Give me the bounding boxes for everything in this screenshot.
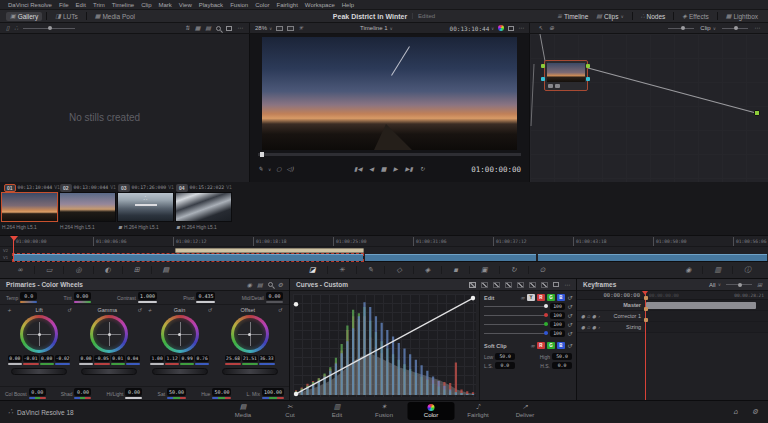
stop-button[interactable]: ■ bbox=[381, 166, 387, 172]
info-icon[interactable]: ⓘ bbox=[733, 265, 762, 275]
viewer-zoom-select[interactable]: 28%∨ bbox=[255, 25, 272, 31]
menu-item[interactable]: Fairlight bbox=[273, 2, 300, 8]
auto-balance-icon[interactable]: ◉ bbox=[247, 282, 252, 288]
offset-master-wheel[interactable] bbox=[222, 368, 278, 375]
scopes-icon[interactable]: ▥ bbox=[703, 266, 733, 274]
offset-r-value[interactable]: 25.68 bbox=[225, 355, 241, 362]
gamma-master-wheel[interactable] bbox=[81, 368, 137, 375]
add-keyframe-icon[interactable]: ⊞ bbox=[757, 282, 762, 288]
high-softness-value[interactable]: 0.0 bbox=[552, 362, 572, 369]
go-to-end-button[interactable]: ▶▮ bbox=[405, 166, 413, 172]
lift-color-wheel[interactable] bbox=[20, 315, 58, 353]
tab-cut[interactable]: ✂Cut bbox=[267, 402, 314, 420]
offset-color-wheel[interactable] bbox=[231, 315, 269, 353]
album-tree-icon[interactable]: ∴ bbox=[14, 25, 18, 31]
timeline-toggle-button[interactable]: ≡Timeline bbox=[553, 12, 592, 21]
keyframe-filter-select[interactable]: All∨ bbox=[709, 282, 721, 288]
menu-item[interactable]: Clip bbox=[138, 2, 154, 8]
timeline-mode-icon[interactable]: ▤ bbox=[152, 266, 181, 274]
channel-b-button[interactable]: B bbox=[557, 294, 565, 301]
sizing-tool-icon[interactable]: ⊙ bbox=[529, 266, 557, 274]
mini-timeline[interactable]: 01:00:00:00 01:00:06:06 01:00:12:12 01:0… bbox=[0, 236, 768, 262]
reset-icon[interactable]: ↺ bbox=[567, 313, 572, 319]
keyframe-row-sizing[interactable]: ● ▫ ● › Sizing bbox=[577, 322, 768, 333]
project-manager-icon[interactable]: ⌂ bbox=[733, 409, 737, 416]
reset-icon[interactable]: ↺ bbox=[567, 304, 572, 310]
reset-icon[interactable]: ↺ bbox=[567, 331, 572, 337]
viewer-image[interactable] bbox=[262, 37, 517, 150]
key-tool-icon[interactable]: ▣ bbox=[470, 266, 500, 274]
lock-icon[interactable]: ▫ bbox=[587, 314, 590, 319]
more-options-icon[interactable]: ⋯ bbox=[518, 25, 524, 31]
gallery-panel[interactable]: No stills created bbox=[0, 34, 250, 182]
color-wheel-icon[interactable] bbox=[498, 25, 504, 31]
lift-master-wheel[interactable] bbox=[11, 368, 67, 375]
more-options-icon[interactable]: ⋯ bbox=[564, 282, 570, 288]
timeline-clip-v1[interactable] bbox=[365, 254, 536, 261]
low-softness-value[interactable]: 0.0 bbox=[495, 362, 515, 369]
softclip-b-button[interactable]: B bbox=[557, 342, 565, 349]
keyframes-ruler[interactable]: 00:00:00:00 00:00:00:00 00:00:28:21 bbox=[577, 291, 768, 300]
hue-vs-lum-icon[interactable] bbox=[505, 282, 512, 288]
node-input-key-dot[interactable] bbox=[541, 77, 545, 81]
grab-tool-icon[interactable]: ⊕ bbox=[549, 25, 554, 31]
tracker-target-icon[interactable]: ◎ bbox=[64, 266, 93, 274]
tracker-tool-icon[interactable]: ↻ bbox=[500, 266, 529, 274]
gain-b-value[interactable]: 0.76 bbox=[195, 355, 209, 362]
channel-g-button[interactable]: G bbox=[547, 294, 555, 301]
play-button[interactable]: ▶ bbox=[393, 166, 398, 172]
annotation-pen-icon[interactable]: ✎ bbox=[258, 166, 263, 172]
stills-panel-icon[interactable]: ▯ bbox=[6, 25, 9, 31]
tab-color[interactable]: Color bbox=[408, 402, 455, 420]
y-curve-slider[interactable] bbox=[484, 306, 548, 307]
param-value[interactable]: 0.00 bbox=[74, 388, 91, 396]
offset-b-value[interactable]: 36.33 bbox=[259, 355, 275, 362]
link-icon[interactable]: ∞ bbox=[530, 343, 535, 349]
gamma-b-value[interactable]: 0.04 bbox=[126, 355, 140, 362]
low-value[interactable]: 50.0 bbox=[495, 353, 515, 360]
enhanced-viewer-icon[interactable]: ✳ bbox=[298, 25, 303, 31]
channel-y-button[interactable]: Y bbox=[527, 294, 535, 301]
color-wheels-tool-icon[interactable]: ◪ bbox=[298, 266, 328, 274]
loop-button[interactable]: ↻ bbox=[420, 166, 425, 172]
hue-vs-sat-icon[interactable] bbox=[493, 282, 500, 288]
custom-curve-icon[interactable] bbox=[469, 282, 476, 288]
corrector-node[interactable] bbox=[544, 60, 588, 91]
menu-item[interactable]: Edit bbox=[73, 2, 89, 8]
menu-item[interactable]: Trim bbox=[90, 2, 108, 8]
enable-dot-icon[interactable]: ● bbox=[581, 314, 585, 319]
menu-item[interactable]: Help bbox=[339, 2, 357, 8]
compare-icon[interactable]: ○ bbox=[276, 166, 281, 172]
sort-icon[interactable]: ⇅ bbox=[185, 25, 190, 31]
enable-dot-icon[interactable]: ● bbox=[581, 325, 585, 330]
node-pan-slider[interactable] bbox=[722, 28, 748, 29]
clip-thumbnail[interactable] bbox=[59, 192, 116, 222]
effects-toggle-button[interactable]: ◈Effects bbox=[678, 12, 712, 21]
settings-icon[interactable]: ⚙ bbox=[278, 282, 283, 288]
keyframe-dot[interactable] bbox=[644, 307, 648, 311]
project-settings-gear-icon[interactable]: ⚙ bbox=[752, 409, 758, 416]
gain-r-value[interactable]: 1.12 bbox=[165, 355, 179, 362]
node-mode-select[interactable]: Clip∨ bbox=[700, 25, 716, 31]
lift-r-value[interactable]: -0.01 bbox=[23, 355, 39, 362]
menu-item[interactable]: DaVinci Resolve bbox=[5, 2, 55, 8]
expand-icon[interactable] bbox=[226, 26, 232, 31]
luts-button[interactable]: ◨LUTs bbox=[51, 12, 81, 21]
pointer-tool-icon[interactable]: ↖ bbox=[538, 25, 543, 31]
high-value[interactable]: 50.0 bbox=[552, 353, 572, 360]
node-output-rgb-dot[interactable] bbox=[586, 64, 590, 68]
expand-chevron-icon[interactable]: › bbox=[598, 325, 600, 330]
menu-item[interactable]: View bbox=[176, 2, 195, 8]
param-value[interactable]: 0.00 bbox=[266, 292, 283, 300]
presets-icon[interactable]: ▤ bbox=[257, 282, 263, 288]
power-window-icon[interactable]: ◈ bbox=[414, 266, 442, 274]
g-slider-value[interactable]: 100 bbox=[550, 321, 565, 328]
dual-viewer-icon[interactable] bbox=[276, 26, 283, 31]
step-back-button[interactable]: ◀ bbox=[369, 166, 374, 172]
lum-vs-sat-icon[interactable] bbox=[517, 282, 524, 288]
lift-y-value[interactable]: 0.00 bbox=[8, 355, 22, 362]
color-match-icon[interactable]: ✳ bbox=[328, 266, 357, 274]
menu-item[interactable]: Fusion bbox=[227, 2, 251, 8]
hue-vs-hue-icon[interactable] bbox=[481, 282, 488, 288]
nodes-toggle-button[interactable]: ∴Nodes bbox=[637, 12, 670, 21]
